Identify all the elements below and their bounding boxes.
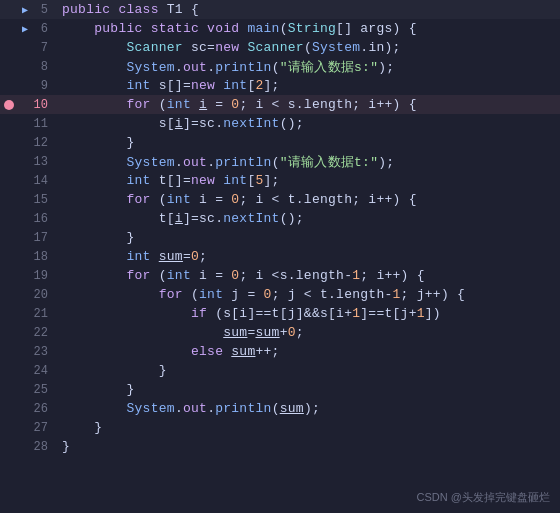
gutter-8: 8 bbox=[0, 60, 58, 74]
line-21: 21 if (s[i]==t[j]&&s[i+1]==t[j+1]) bbox=[0, 304, 560, 323]
code-16: t[i]=sc.nextInt(); bbox=[58, 211, 560, 226]
code-13: System.out.println("请输入数据t:"); bbox=[58, 153, 560, 171]
linenum-6: 6 bbox=[32, 22, 54, 36]
line-15: 15 for (int i = 0; i < t.length; i++) { bbox=[0, 190, 560, 209]
linenum-5: 5 bbox=[32, 3, 54, 17]
line-9: 9 int s[]=new int[2]; bbox=[0, 76, 560, 95]
line-12: 12 } bbox=[0, 133, 560, 152]
line-7: 7 Scanner sc=new Scanner(System.in); bbox=[0, 38, 560, 57]
gutter-6: ▶ 6 bbox=[0, 22, 58, 36]
line-6: ▶ 6 public static void main(String[] arg… bbox=[0, 19, 560, 38]
code-12: } bbox=[58, 135, 560, 150]
breakpoint-area-10[interactable] bbox=[0, 100, 18, 110]
gutter-12: 12 bbox=[0, 136, 58, 150]
code-23: else sum++; bbox=[58, 344, 560, 359]
gutter-15: 15 bbox=[0, 193, 58, 207]
line-24: 24 } bbox=[0, 361, 560, 380]
linenum-19: 19 bbox=[32, 269, 54, 283]
code-17: } bbox=[58, 230, 560, 245]
linenum-27: 27 bbox=[32, 421, 54, 435]
linenum-8: 8 bbox=[32, 60, 54, 74]
code-15: for (int i = 0; i < t.length; i++) { bbox=[58, 192, 560, 207]
gutter-21: 21 bbox=[0, 307, 58, 321]
linenum-16: 16 bbox=[32, 212, 54, 226]
gutter-27: 27 bbox=[0, 421, 58, 435]
linenum-25: 25 bbox=[32, 383, 54, 397]
code-5: public class T1 { bbox=[58, 2, 560, 17]
code-20: for (int j = 0; j < t.length-1; j++) { bbox=[58, 287, 560, 302]
linenum-22: 22 bbox=[32, 326, 54, 340]
code-8: System.out.println("请输入数据s:"); bbox=[58, 58, 560, 76]
gutter-14: 14 bbox=[0, 174, 58, 188]
linenum-13: 13 bbox=[32, 155, 54, 169]
gutter-10: 10 bbox=[0, 98, 58, 112]
linenum-11: 11 bbox=[32, 117, 54, 131]
gutter-20: 20 bbox=[0, 288, 58, 302]
watermark: CSDN @头发掉完键盘砸烂 bbox=[417, 490, 550, 505]
gutter-22: 22 bbox=[0, 326, 58, 340]
linenum-15: 15 bbox=[32, 193, 54, 207]
arrow-6[interactable]: ▶ bbox=[18, 23, 32, 35]
code-19: for (int i = 0; i <s.length-1; i++) { bbox=[58, 268, 560, 283]
line-10: 10 for (int i = 0; i < s.length; i++) { bbox=[0, 95, 560, 114]
code-21: if (s[i]==t[j]&&s[i+1]==t[j+1]) bbox=[58, 306, 560, 321]
line-5: ▶ 5 public class T1 { bbox=[0, 0, 560, 19]
code-14: int t[]=new int[5]; bbox=[58, 173, 560, 188]
gutter-5: ▶ 5 bbox=[0, 3, 58, 17]
linenum-24: 24 bbox=[32, 364, 54, 378]
linenum-9: 9 bbox=[32, 79, 54, 93]
code-11: s[i]=sc.nextInt(); bbox=[58, 116, 560, 131]
linenum-7: 7 bbox=[32, 41, 54, 55]
code-6: public static void main(String[] args) { bbox=[58, 21, 560, 36]
code-18: int sum=0; bbox=[58, 249, 560, 264]
gutter-16: 16 bbox=[0, 212, 58, 226]
line-16: 16 t[i]=sc.nextInt(); bbox=[0, 209, 560, 228]
code-7: Scanner sc=new Scanner(System.in); bbox=[58, 40, 560, 55]
linenum-28: 28 bbox=[32, 440, 54, 454]
gutter-23: 23 bbox=[0, 345, 58, 359]
line-23: 23 else sum++; bbox=[0, 342, 560, 361]
code-28: } bbox=[58, 439, 560, 454]
code-editor: ▶ 5 public class T1 { ▶ 6 public static … bbox=[0, 0, 560, 513]
line-19: 19 for (int i = 0; i <s.length-1; i++) { bbox=[0, 266, 560, 285]
gutter-7: 7 bbox=[0, 41, 58, 55]
gutter-11: 11 bbox=[0, 117, 58, 131]
line-25: 25 } bbox=[0, 380, 560, 399]
line-22: 22 sum=sum+0; bbox=[0, 323, 560, 342]
gutter-28: 28 bbox=[0, 440, 58, 454]
gutter-25: 25 bbox=[0, 383, 58, 397]
arrow-5[interactable]: ▶ bbox=[18, 4, 32, 16]
code-10: for (int i = 0; i < s.length; i++) { bbox=[58, 97, 560, 112]
linenum-20: 20 bbox=[32, 288, 54, 302]
linenum-18: 18 bbox=[32, 250, 54, 264]
linenum-23: 23 bbox=[32, 345, 54, 359]
line-27: 27 } bbox=[0, 418, 560, 437]
line-28: 28 } bbox=[0, 437, 560, 456]
code-22: sum=sum+0; bbox=[58, 325, 560, 340]
code-25: } bbox=[58, 382, 560, 397]
linenum-21: 21 bbox=[32, 307, 54, 321]
code-24: } bbox=[58, 363, 560, 378]
gutter-18: 18 bbox=[0, 250, 58, 264]
linenum-12: 12 bbox=[32, 136, 54, 150]
line-11: 11 s[i]=sc.nextInt(); bbox=[0, 114, 560, 133]
linenum-14: 14 bbox=[32, 174, 54, 188]
code-area: ▶ 5 public class T1 { ▶ 6 public static … bbox=[0, 0, 560, 513]
gutter-13: 13 bbox=[0, 155, 58, 169]
line-8: 8 System.out.println("请输入数据s:"); bbox=[0, 57, 560, 76]
breakpoint-dot-10 bbox=[4, 100, 14, 110]
gutter-17: 17 bbox=[0, 231, 58, 245]
linenum-26: 26 bbox=[32, 402, 54, 416]
line-20: 20 for (int j = 0; j < t.length-1; j++) … bbox=[0, 285, 560, 304]
line-18: 18 int sum=0; bbox=[0, 247, 560, 266]
gutter-24: 24 bbox=[0, 364, 58, 378]
line-14: 14 int t[]=new int[5]; bbox=[0, 171, 560, 190]
line-17: 17 } bbox=[0, 228, 560, 247]
line-26: 26 System.out.println(sum); bbox=[0, 399, 560, 418]
code-9: int s[]=new int[2]; bbox=[58, 78, 560, 93]
gutter-9: 9 bbox=[0, 79, 58, 93]
gutter-26: 26 bbox=[0, 402, 58, 416]
linenum-17: 17 bbox=[32, 231, 54, 245]
line-13: 13 System.out.println("请输入数据t:"); bbox=[0, 152, 560, 171]
code-27: } bbox=[58, 420, 560, 435]
